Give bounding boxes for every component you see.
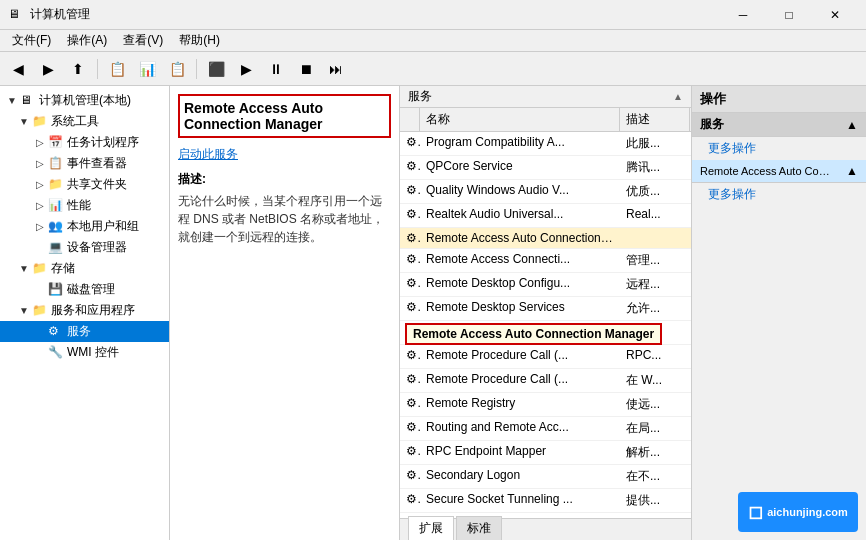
right-panel: 操作 服务 ▲ 更多操作 Remote Access Auto Con... ▲…	[691, 86, 866, 540]
show-hide-button[interactable]: 📋	[103, 56, 131, 82]
service-status	[690, 321, 691, 344]
expand-shared[interactable]: ▷	[32, 177, 48, 193]
menu-help[interactable]: 帮助(H)	[171, 30, 228, 51]
tree-item-root[interactable]: ▼ 🖥 计算机管理(本地)	[0, 90, 169, 111]
service-rows-container: ⚙Program Compatibility A...此服...正⚙QPCore…	[400, 132, 691, 513]
service-icon: ⚙	[400, 345, 420, 368]
service-row[interactable]: ⚙Secondary Logon在不...正	[400, 465, 691, 489]
col-status[interactable]: 状态	[690, 108, 691, 131]
expand-users[interactable]: ▷	[32, 219, 48, 235]
new-window-button[interactable]: 📋	[163, 56, 191, 82]
toolbar-black-btn[interactable]: ⬛	[202, 56, 230, 82]
service-row[interactable]: ⚙RPC Endpoint Mapper解析...正	[400, 441, 691, 465]
up-button[interactable]: ⬆	[64, 56, 92, 82]
service-row[interactable]: ⚙Quality Windows Audio V...优质...	[400, 180, 691, 204]
service-desc: 允许...	[620, 297, 690, 320]
service-status	[690, 180, 691, 203]
tree-item-tasks[interactable]: ▷ 📅 任务计划程序	[0, 132, 169, 153]
play-button[interactable]: ▶	[232, 56, 260, 82]
minimize-button[interactable]: ─	[720, 0, 766, 30]
svcapp-icon: 📁	[32, 303, 48, 319]
menu-view[interactable]: 查看(V)	[115, 30, 171, 51]
forward-button[interactable]: ▶	[34, 56, 62, 82]
diskmgr-icon: 💾	[48, 282, 64, 298]
col-icon[interactable]	[400, 108, 420, 131]
title-bar-controls: ─ □ ✕	[720, 0, 858, 30]
bottom-tabs: 扩展 标准	[400, 518, 691, 540]
tree-item-services[interactable]: ⚙ 服务	[0, 321, 169, 342]
service-desc: 此服...	[620, 132, 690, 155]
service-header-bar: 服务 ▲	[400, 86, 691, 108]
service-status	[690, 297, 691, 320]
tree-item-perf[interactable]: ▷ 📊 性能	[0, 195, 169, 216]
actions-section-services: 服务 ▲	[692, 113, 866, 137]
service-desc: 在不...	[620, 465, 690, 488]
col-name[interactable]: 名称	[420, 108, 620, 131]
middle-panel: Remote Access Auto Connection Manager 启动…	[170, 86, 400, 540]
service-row[interactable]: ⚙Remote Desktop Services允许...	[400, 297, 691, 321]
tree-item-storage[interactable]: ▼ 📁 存储	[0, 258, 169, 279]
tree-item-diskmgr[interactable]: 💾 磁盘管理	[0, 279, 169, 300]
service-icon: ⚙	[400, 489, 420, 512]
service-row[interactable]: ⚙Routing and Remote Acc...在局...	[400, 417, 691, 441]
col-desc[interactable]: 描述	[620, 108, 690, 131]
service-status	[690, 156, 691, 179]
expand-tasks[interactable]: ▷	[32, 135, 48, 151]
tree-item-devmgr[interactable]: 💻 设备管理器	[0, 237, 169, 258]
maximize-button[interactable]: □	[766, 0, 812, 30]
action-more-ops-2[interactable]: 更多操作	[692, 183, 866, 206]
service-row[interactable]: ⚙Remote Desktop Configu...远程...	[400, 273, 691, 297]
service-row[interactable]: ⚙Program Compatibility A...此服...正	[400, 132, 691, 156]
action-more-ops-1[interactable]: 更多操作	[692, 137, 866, 160]
service-desc: 解析...	[620, 441, 690, 464]
service-row[interactable]: ⚙Remote Procedure Call (...RPC...正	[400, 345, 691, 369]
tab-extended[interactable]: 扩展	[408, 516, 454, 540]
service-desc: 腾讯...	[620, 156, 690, 179]
tree-item-wmi[interactable]: 🔧 WMI 控件	[0, 342, 169, 363]
service-row[interactable]: ⚙Remote Registry使远...	[400, 393, 691, 417]
devmgr-icon: 💻	[48, 240, 64, 256]
service-status: 正	[690, 441, 691, 464]
expand-svcapp[interactable]: ▼	[16, 303, 32, 319]
start-service-link[interactable]: 启动此服务	[178, 146, 391, 163]
service-row[interactable]: ⚙Secure Socket Tunneling ...提供...正	[400, 489, 691, 513]
service-row[interactable]: ⚙Realtek Audio Universal...Real...正	[400, 204, 691, 228]
service-name: Remote Desktop Configu...	[420, 273, 620, 296]
toolbar: ◀ ▶ ⬆ 📋 📊 📋 ⬛ ▶ ⏸ ⏹ ⏭	[0, 52, 866, 86]
middle-header: Remote Access Auto Connection Manager	[178, 94, 391, 138]
toolbar-sep1	[97, 59, 98, 79]
menu-action[interactable]: 操作(A)	[59, 30, 115, 51]
expand-root[interactable]: ▼	[4, 93, 20, 109]
tree-item-users[interactable]: ▷ 👥 本地用户和组	[0, 216, 169, 237]
tree-item-shared[interactable]: ▷ 📁 共享文件夹	[0, 174, 169, 195]
expand-events[interactable]: ▷	[32, 156, 48, 172]
service-row[interactable]: ⚙Remote Access Auto Connection ManagerRe…	[400, 228, 691, 249]
service-icon: ⚙	[400, 228, 420, 248]
service-name: Secondary Logon	[420, 465, 620, 488]
service-row[interactable]: ⚙QPCore Service腾讯...	[400, 156, 691, 180]
expand-perf[interactable]: ▷	[32, 198, 48, 214]
expand-system[interactable]: ▼	[16, 114, 32, 130]
pause-button[interactable]: ⏸	[262, 56, 290, 82]
service-icon: ⚙	[400, 249, 420, 272]
service-row[interactable]: ⚙Remote Procedure Call (...在 W...	[400, 369, 691, 393]
tree-label-events: 事件查看器	[67, 155, 127, 172]
tree-item-svcapp[interactable]: ▼ 📁 服务和应用程序	[0, 300, 169, 321]
tree-item-events[interactable]: ▷ 📋 事件查看器	[0, 153, 169, 174]
skip-button[interactable]: ⏭	[322, 56, 350, 82]
tree-item-system[interactable]: ▼ 📁 系统工具	[0, 111, 169, 132]
service-row[interactable]: ⚙Remote Access Connecti...管理...正	[400, 249, 691, 273]
menu-file[interactable]: 文件(F)	[4, 30, 59, 51]
properties-button[interactable]: 📊	[133, 56, 161, 82]
close-button[interactable]: ✕	[812, 0, 858, 30]
tab-standard[interactable]: 标准	[456, 516, 502, 540]
back-button[interactable]: ◀	[4, 56, 32, 82]
service-list[interactable]: 名称 描述 状态 ⚙Program Compatibility A...此服..…	[400, 108, 691, 518]
services-icon: ⚙	[48, 324, 64, 340]
tree-label-devmgr: 设备管理器	[67, 239, 127, 256]
tasks-icon: 📅	[48, 135, 64, 151]
stop-button[interactable]: ⏹	[292, 56, 320, 82]
expand-storage[interactable]: ▼	[16, 261, 32, 277]
app-icon: 🖥	[8, 7, 24, 23]
service-name: Routing and Remote Acc...	[420, 417, 620, 440]
